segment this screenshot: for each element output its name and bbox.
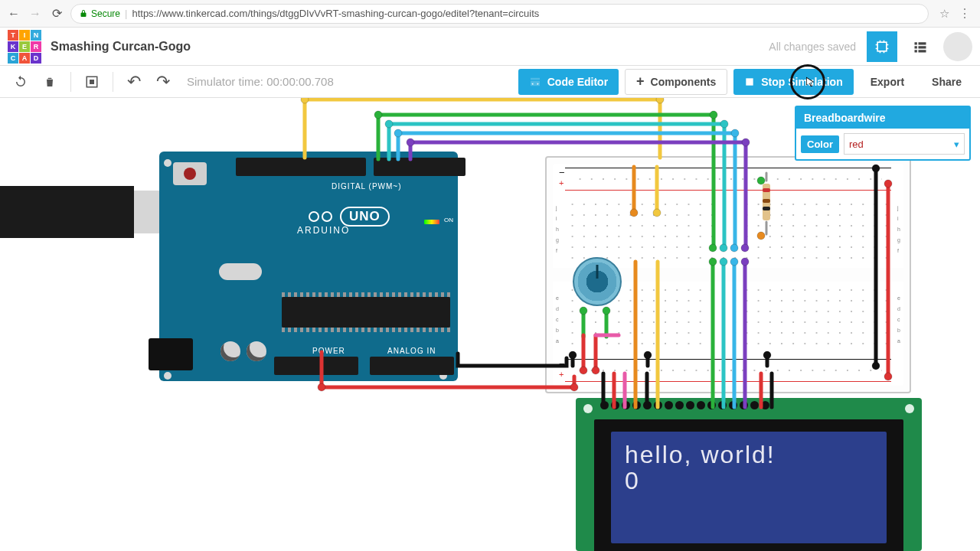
arduino-reset-button[interactable] [173,162,207,185]
row-labels: jihgf [897,205,900,253]
svg-point-10 [394,129,402,137]
circuit-view-button[interactable] [867,31,897,62]
svg-point-12 [407,139,414,146]
svg-point-7 [710,111,717,119]
canvas[interactable]: DIGITAL (PWM~) UNO ARDUINO ON POWER ANAL… [0,98,980,551]
breadboard-top-rail[interactable]: −+ [560,168,896,190]
list-icon [913,39,928,54]
screw-icon [905,404,914,413]
arduino-crystal [219,263,262,280]
inspector-title: Breadboardwire [796,107,969,129]
arduino-header-top-left[interactable] [236,158,366,176]
lcd-line-1: hello, world! [625,442,873,468]
svg-point-4 [301,98,309,103]
secure-badge: Secure [79,8,120,19]
stop-simulation-button[interactable]: Stop Simulation [733,69,854,95]
code-icon [529,76,541,88]
svg-point-11 [731,129,739,137]
tinkercad-logo[interactable]: TINKERCAD [8,30,41,64]
row-labels: edcba [897,295,900,344]
separator [113,72,113,92]
project-title[interactable]: Smashing Curcan-Gogo [51,40,191,54]
svg-rect-0 [877,42,887,51]
lcd-line-2: 0 [625,468,873,494]
inspector-prop-label: Color [801,135,839,153]
inspector-panel[interactable]: Breadboardwire Color red ▾ [795,106,971,161]
arduino-logo: UNO [309,207,390,227]
plus-icon: + [636,73,645,90]
svg-point-14 [318,383,325,391]
rotate-tool-icon[interactable] [8,69,34,95]
on-label: ON [444,217,453,223]
screw-icon [583,404,593,413]
lock-icon [79,9,88,18]
resistor[interactable] [763,184,770,220]
toolbar: ↶ ↷ Simulator time: 00:00:00.708 Code Ed… [0,66,980,98]
lcd-screen: hello, world! 0 [611,432,887,543]
delete-tool-icon[interactable] [37,69,63,95]
capacitors [220,341,266,361]
save-status: All changes saved [769,41,856,53]
list-view-button[interactable] [905,31,936,62]
potentiometer[interactable] [573,257,622,306]
arduino-uno-board[interactable]: DIGITAL (PWM~) UNO ARDUINO ON POWER ANAL… [159,152,458,381]
back-icon[interactable]: ← [6,6,21,21]
cursor-icon [804,76,818,90]
undo-icon[interactable]: ↶ [121,69,147,95]
user-avatar[interactable] [943,32,972,61]
redo-icon[interactable]: ↷ [150,69,176,95]
svg-point-13 [742,139,750,146]
arduino-header-analog[interactable] [370,357,454,375]
zoom-fit-icon[interactable] [79,69,105,95]
analog-label: ANALOG IN [387,347,436,355]
row-labels: edcba [556,295,559,344]
export-button[interactable]: Export [860,69,915,95]
on-led-icon [424,220,439,224]
arduino-header-power[interactable] [274,357,358,375]
chip-icon [874,39,890,54]
svg-point-8 [385,120,393,128]
reload-icon[interactable]: ⟳ [49,6,64,21]
forward-icon[interactable]: → [28,6,43,21]
stop-icon [744,77,755,87]
bookmark-star-icon[interactable]: ☆ [939,7,949,21]
share-button[interactable]: Share [921,69,972,95]
color-select[interactable]: red ▾ [844,133,965,155]
url-bar[interactable]: Secure | https://www.tinkercad.com/thing… [70,4,929,24]
svg-point-9 [720,120,728,128]
app-header: TINKERCAD Smashing Curcan-Gogo All chang… [0,28,980,66]
breadboard-bottom-rail[interactable]: −+ [560,360,896,381]
url-text: https://www.tinkercad.com/things/dtggDIv… [132,8,539,19]
usb-cable[interactable] [0,186,134,238]
svg-rect-3 [746,78,753,85]
atmega-chip [282,297,450,328]
power-label: POWER [312,347,345,355]
code-editor-button[interactable]: Code Editor [518,69,619,95]
svg-point-6 [374,111,382,119]
browser-chrome: ← → ⟳ Secure | https://www.tinkercad.com… [0,0,980,28]
svg-rect-2 [90,80,94,84]
digital-label: DIGITAL (PWM~) [332,182,402,191]
arduino-brand-text: ARDUINO [297,225,350,236]
simulator-time: Simulator time: 00:00:00.708 [187,75,334,88]
arduino-header-top-right[interactable] [374,158,466,176]
svg-point-5 [656,98,664,103]
components-button[interactable]: + Components [625,69,727,95]
chevron-down-icon: ▾ [954,139,959,150]
lcd-display[interactable]: hello, world! 0 [576,398,922,551]
kebab-menu-icon[interactable]: ⋮ [956,6,974,21]
barrel-jack [149,338,193,370]
lcd-pin-row[interactable] [600,401,769,409]
separator [70,72,71,92]
row-labels: jihgf [556,205,559,253]
